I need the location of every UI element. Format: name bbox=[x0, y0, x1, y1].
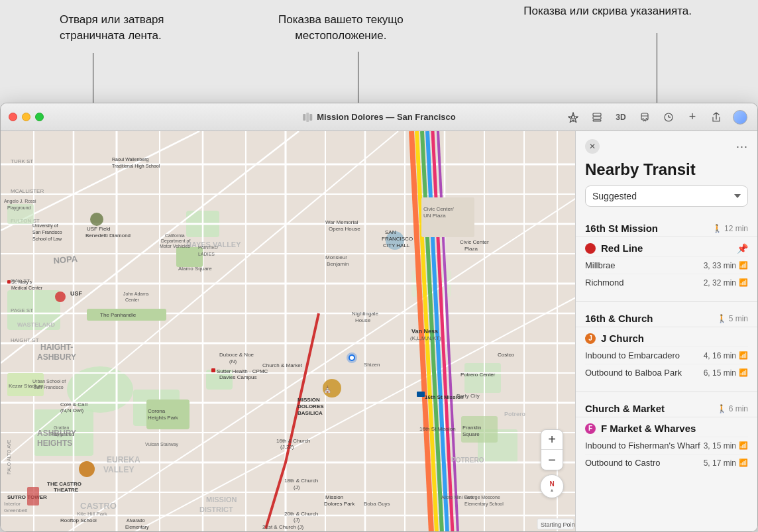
svg-point-142 bbox=[90, 213, 103, 226]
direction-destination: Richmond bbox=[585, 278, 624, 288]
direction-embarcadero: Inbound to Embarcadero 4, 16 min 📶 bbox=[585, 346, 748, 364]
svg-text:MISSION: MISSION bbox=[298, 397, 320, 403]
map-container: TURK ST MCALLISTER FULTON ST OAK ST PAGE… bbox=[1, 131, 757, 531]
svg-text:Interior: Interior bbox=[4, 501, 21, 507]
layers-toolbar-button[interactable] bbox=[588, 110, 606, 125]
station-header: Church & Market 🚶 6 min bbox=[576, 398, 757, 417]
share-toolbar-button[interactable] bbox=[707, 110, 726, 125]
clock-toolbar-button[interactable] bbox=[659, 110, 678, 125]
svg-text:Davies Campus: Davies Campus bbox=[219, 374, 256, 380]
route-name: Red Line bbox=[601, 242, 643, 254]
svg-text:EUREKA: EUREKA bbox=[107, 455, 140, 464]
svg-text:HAIGHT ST: HAIGHT ST bbox=[11, 337, 39, 343]
svg-text:Shizen: Shizen bbox=[364, 362, 380, 368]
annotation-sidebar: Отваря или затварястраничната лента. bbox=[60, 12, 164, 44]
minimize-button[interactable] bbox=[22, 113, 30, 121]
svg-rect-1 bbox=[306, 113, 309, 122]
route-f-market: F F Market & Wharves Inbound to Fisherma… bbox=[576, 417, 757, 476]
route-color-dot bbox=[585, 243, 596, 254]
svg-text:Alioto Mini Park: Alioto Mini Park bbox=[441, 495, 474, 500]
station-16th-church: 16th & Church 🚶 5 min J J Church Inbound… bbox=[576, 305, 757, 389]
direction-millbrae: Millbrae 3, 33 min 📶 bbox=[585, 256, 748, 274]
threed-toolbar-button[interactable]: 3D bbox=[612, 110, 630, 125]
direction-destination: Millbrae bbox=[585, 260, 616, 270]
zoom-out-button[interactable]: − bbox=[541, 450, 563, 470]
svg-text:Motor Vehicles: Motor Vehicles bbox=[160, 244, 190, 248]
svg-text:(N): (N) bbox=[229, 358, 237, 364]
svg-text:Raoul Wallenberg: Raoul Wallenberg bbox=[112, 157, 148, 162]
svg-text:(K,L,M,N,KT): (K,L,M,N,KT) bbox=[410, 335, 441, 341]
direction-time: 2, 32 min 📶 bbox=[704, 278, 748, 288]
svg-text:Franklin: Franklin bbox=[462, 425, 481, 431]
svg-text:UN Plaza: UN Plaza bbox=[423, 213, 446, 219]
svg-text:Cole & Carl: Cole & Carl bbox=[60, 401, 87, 407]
svg-text:CITY HALL: CITY HALL bbox=[383, 242, 410, 248]
nearby-transit-sidebar: ✕ ··· Nearby Transit Suggested 16th St M… bbox=[575, 131, 757, 531]
section-divider bbox=[576, 301, 757, 302]
svg-text:PAGE ST: PAGE ST bbox=[11, 307, 33, 313]
close-button[interactable] bbox=[9, 113, 17, 121]
svg-text:St. Mary's: St. Mary's bbox=[11, 280, 32, 285]
walk-icon: 🚶 bbox=[717, 404, 727, 413]
svg-text:THE CASTRO: THE CASTRO bbox=[47, 481, 81, 487]
svg-text:18th & Church: 18th & Church bbox=[284, 478, 318, 484]
route-name: F Market & Wharves bbox=[601, 423, 696, 434]
direction-balboa: Outbound to Balboa Park 6, 15 min 📶 bbox=[585, 364, 748, 381]
svg-text:THEATRE: THEATRE bbox=[54, 487, 79, 493]
realtime-icon: 📶 bbox=[739, 458, 748, 467]
zoom-in-button[interactable]: + bbox=[541, 430, 563, 450]
svg-text:Department of: Department of bbox=[161, 239, 190, 244]
svg-text:21st & Church (J): 21st & Church (J) bbox=[262, 524, 304, 530]
route-j-church: J J Church Inbound to Embarcadero 4, 16 … bbox=[576, 327, 757, 386]
direction-time: 3, 15 min 📶 bbox=[704, 441, 748, 451]
svg-text:Vulcan Stairway: Vulcan Stairway bbox=[145, 442, 178, 447]
svg-point-97 bbox=[350, 356, 354, 360]
svg-text:USF Field: USF Field bbox=[87, 226, 111, 232]
svg-text:HAIGHT-: HAIGHT- bbox=[40, 343, 73, 352]
window-title: Mission Dolores — San Francisco bbox=[317, 112, 456, 122]
svg-text:20th & Church: 20th & Church bbox=[284, 511, 318, 517]
svg-text:Alvarado: Alvarado bbox=[127, 518, 145, 523]
avatar-toolbar-button[interactable] bbox=[731, 110, 749, 125]
direction-destination: Outbound to Castro bbox=[585, 458, 660, 468]
svg-text:Church & Market: Church & Market bbox=[262, 362, 303, 368]
filter-dropdown[interactable]: Suggested bbox=[585, 186, 748, 207]
annotation-location: Показва вашето текущоместоположение. bbox=[278, 12, 404, 44]
app-window: Mission Dolores — San Francisco bbox=[0, 103, 758, 532]
station-walk-time: 🚶 12 min bbox=[712, 224, 748, 233]
plus-toolbar-button[interactable]: + bbox=[683, 110, 702, 125]
compass-button[interactable]: N ▲ bbox=[540, 474, 564, 498]
sidebar-more-button[interactable]: ··· bbox=[736, 140, 748, 154]
annotation-directions: Показва или скрива указанията. bbox=[523, 3, 692, 19]
svg-rect-110 bbox=[27, 487, 39, 505]
map-svg: TURK ST MCALLISTER FULTON ST OAK ST PAGE… bbox=[1, 131, 577, 531]
route-color-dot: F bbox=[585, 423, 596, 434]
realtime-icon: 📶 bbox=[739, 278, 748, 287]
svg-text:Opera House: Opera House bbox=[329, 226, 360, 232]
svg-rect-174 bbox=[7, 280, 11, 284]
close-icon: ✕ bbox=[589, 142, 596, 151]
svg-text:San Francisco: San Francisco bbox=[32, 230, 62, 235]
svg-text:The Panhandle: The Panhandle bbox=[100, 312, 136, 318]
svg-text:Urban School of: Urban School of bbox=[32, 379, 66, 384]
route-name: J Church bbox=[601, 333, 644, 344]
svg-rect-28 bbox=[464, 363, 501, 393]
svg-text:Medical Center: Medical Center bbox=[11, 286, 43, 290]
realtime-icon: 📶 bbox=[739, 441, 748, 450]
svg-point-13 bbox=[646, 118, 647, 119]
maximize-button[interactable] bbox=[35, 113, 44, 121]
svg-text:Benjamin: Benjamin bbox=[327, 261, 349, 267]
direction-time: 4, 16 min 📶 bbox=[704, 351, 748, 360]
svg-text:Civic Center/: Civic Center/ bbox=[423, 206, 455, 212]
section-divider bbox=[576, 392, 757, 392]
svg-text:Playground: Playground bbox=[50, 432, 74, 437]
sidebar-close-button[interactable]: ✕ bbox=[585, 139, 600, 154]
svg-text:Traditional High School: Traditional High School bbox=[112, 164, 160, 169]
svg-text:PAINTED: PAINTED bbox=[198, 245, 218, 250]
svg-text:Potrero: Potrero bbox=[504, 411, 526, 417]
location-toolbar-button[interactable] bbox=[564, 110, 582, 125]
svg-text:16th & Church: 16th & Church bbox=[276, 438, 310, 444]
titlebar-title-area: Mission Dolores — San Francisco bbox=[302, 112, 456, 123]
svg-text:(J): (J) bbox=[294, 517, 300, 523]
transit-toolbar-button[interactable] bbox=[635, 110, 654, 125]
